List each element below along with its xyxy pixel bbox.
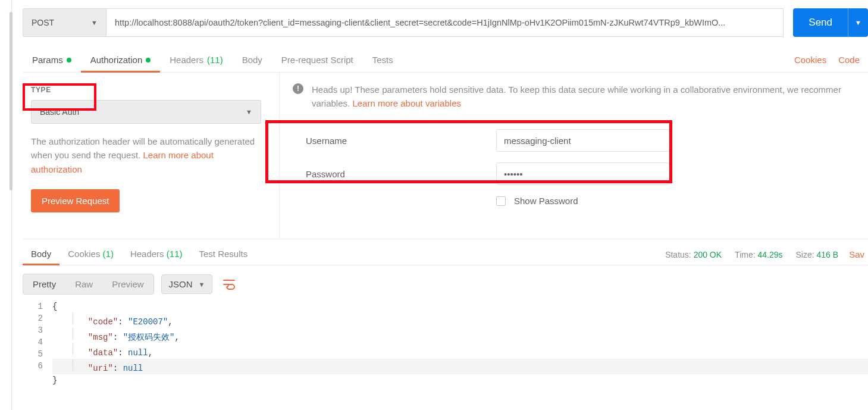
- code-link[interactable]: Code: [832, 49, 866, 72]
- username-label: Username: [306, 136, 496, 146]
- status-dot-icon: [146, 58, 151, 62]
- response-tab-body[interactable]: Body: [23, 244, 59, 265]
- response-meta: Status: 200 OK Time: 44.29s Size: 416 B: [665, 250, 843, 259]
- tab-count: (11): [167, 249, 183, 259]
- auth-type-label: TYPE: [31, 86, 261, 94]
- line-gutter: 123456: [23, 301, 52, 386]
- code-content: { "code": "E20007", "msg": "授权码失效", "dat…: [52, 301, 868, 386]
- cookies-link[interactable]: Cookies: [788, 49, 832, 72]
- status-label: Status:: [665, 250, 691, 259]
- tab-count: (11): [207, 55, 223, 65]
- body-view-segment: Pretty Raw Preview: [23, 274, 154, 295]
- tab-headers[interactable]: Headers (11): [160, 49, 232, 72]
- pretty-button[interactable]: Pretty: [23, 274, 65, 294]
- tab-label: Cookies: [68, 249, 100, 259]
- tab-label: Authorization: [90, 55, 143, 65]
- tab-label: Test Results: [199, 249, 247, 259]
- url-value: http://localhost:8088/api/oauth2/token?c…: [115, 18, 725, 27]
- code-token: "data": [88, 348, 118, 358]
- preview-request-button[interactable]: Preview Request: [31, 189, 120, 212]
- show-password-label: Show Password: [514, 196, 578, 206]
- response-tab-cookies[interactable]: Cookies (1): [59, 244, 122, 265]
- http-method-value: POST: [32, 18, 54, 27]
- body-language-value: JSON: [169, 279, 193, 289]
- send-dropdown-button[interactable]: ▼: [848, 8, 868, 37]
- code-token: "msg": [88, 333, 113, 342]
- code-token: "code": [88, 317, 118, 327]
- username-input[interactable]: [496, 129, 670, 152]
- request-bar: POST ▼ http://localhost:8088/api/oauth2/…: [23, 8, 868, 37]
- code-token: "E20007": [128, 317, 168, 327]
- tab-label: Params: [32, 55, 63, 65]
- code-token: null: [123, 364, 143, 373]
- code-token: "授权码失效": [123, 333, 175, 342]
- auth-type-select[interactable]: Basic Auth ▼: [31, 100, 261, 124]
- authorization-panel: TYPE Basic Auth ▼ The authorization head…: [23, 73, 868, 239]
- response-tabs: Body Cookies (1) Headers (11) Test Resul…: [23, 239, 868, 265]
- learn-more-variables-link[interactable]: Learn more about variables: [352, 98, 461, 108]
- body-language-select[interactable]: JSON ▼: [161, 274, 213, 294]
- chevron-down-icon: ▼: [91, 19, 98, 26]
- chevron-down-icon: ▼: [855, 19, 861, 26]
- tab-label: Headers: [130, 249, 164, 259]
- status-dot-icon: [67, 58, 71, 62]
- code-token: }: [52, 375, 57, 385]
- tab-label: Pre-request Script: [281, 55, 353, 65]
- code-token: {: [52, 302, 57, 311]
- password-label: Password: [306, 169, 496, 179]
- auth-description: The authorization header will be automat…: [31, 134, 261, 176]
- tab-tests[interactable]: Tests: [363, 49, 403, 72]
- tab-authorization[interactable]: Authorization: [81, 49, 161, 72]
- raw-button[interactable]: Raw: [65, 274, 102, 294]
- credentials-form: Username Password Show Password: [293, 129, 868, 206]
- code-token: null: [128, 348, 148, 358]
- left-dock: [0, 0, 12, 410]
- code-token: "uri": [88, 364, 113, 373]
- tab-count: (1): [103, 249, 114, 259]
- tab-label: Tests: [372, 55, 393, 65]
- line-wrap-button[interactable]: [220, 274, 240, 295]
- http-method-select[interactable]: POST ▼: [23, 8, 106, 37]
- chevron-down-icon: ▼: [199, 281, 205, 288]
- tab-prerequest[interactable]: Pre-request Script: [272, 49, 363, 72]
- time-label: Time:: [735, 250, 755, 259]
- chevron-down-icon: ▼: [246, 108, 252, 115]
- auth-type-value: Basic Auth: [40, 107, 79, 117]
- save-response-link[interactable]: Sav: [843, 249, 864, 259]
- response-body-code[interactable]: 123456 { "code": "E20007", "msg": "授权码失效…: [23, 301, 868, 386]
- tab-label: Body: [242, 55, 262, 65]
- url-input[interactable]: http://localhost:8088/api/oauth2/token?c…: [106, 8, 784, 37]
- response-tab-headers[interactable]: Headers (11): [122, 244, 191, 265]
- size-label: Size:: [796, 250, 814, 259]
- time-value: 44.29s: [757, 250, 782, 259]
- password-input[interactable]: [496, 162, 670, 185]
- show-password-checkbox[interactable]: [496, 196, 506, 206]
- request-tabs: Params Authorization Headers (11) Body P…: [23, 49, 868, 73]
- preview-button[interactable]: Preview: [102, 274, 153, 294]
- heads-up-banner: ! Heads up! These parameters hold sensit…: [293, 83, 868, 110]
- tab-body[interactable]: Body: [233, 49, 272, 72]
- response-body-toolbar: Pretty Raw Preview JSON ▼: [23, 265, 868, 301]
- tab-label: Headers: [170, 55, 203, 65]
- response-tab-test-results[interactable]: Test Results: [190, 244, 256, 265]
- tab-label: Body: [31, 249, 51, 259]
- size-value: 416 B: [817, 250, 839, 259]
- tab-params[interactable]: Params: [23, 49, 81, 72]
- info-icon: !: [293, 83, 303, 94]
- send-button[interactable]: Send: [793, 8, 848, 37]
- status-value: 200 OK: [694, 250, 722, 259]
